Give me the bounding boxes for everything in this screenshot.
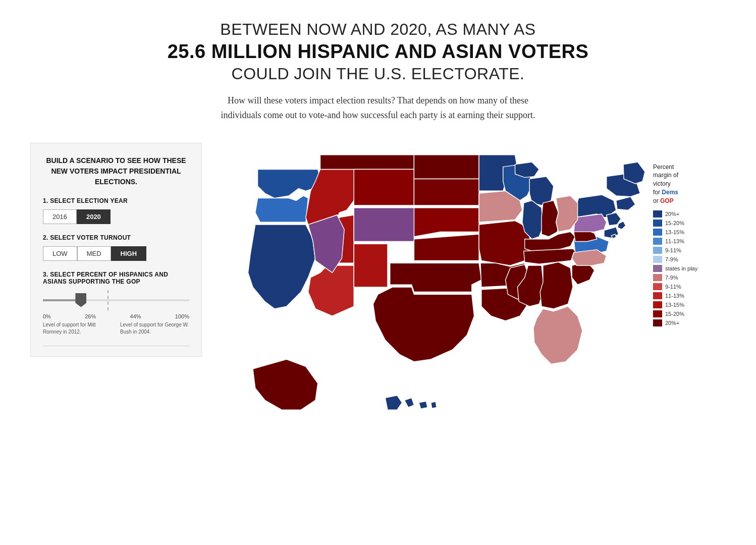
state-ne [414, 207, 479, 236]
slider-annotation-right: Level of support for George W. Bush in 2… [116, 321, 189, 336]
year-2016-button[interactable]: 2016 [43, 209, 77, 224]
legend-states-in-play: states in play [653, 265, 726, 272]
legend-item-dems-5: 9-11% [653, 247, 726, 254]
header-line2: 25.6 MILLION HISPANIC AND ASIAN VOTERS [30, 41, 726, 63]
legend-swatch-gop-2 [653, 283, 662, 290]
legend-swatch-gop-5 [653, 310, 662, 317]
state-ca [248, 225, 315, 309]
turnout-button-group: LOW MED HIGH [43, 246, 189, 261]
map-area: Percentmargin ofvictoryfor Demsor GOP 20… [212, 143, 726, 443]
slider-thumb[interactable] [75, 293, 86, 307]
turnout-high-button[interactable]: HIGH [111, 246, 147, 261]
step2-label: 2. SELECT VOTER TURNOUT [43, 234, 189, 241]
state-hi-3 [419, 401, 427, 409]
legend-swatch-gop-3 [653, 292, 662, 299]
state-hi-2 [404, 398, 414, 407]
legend-item-gop-6: 20%+ [653, 319, 726, 326]
sidebar: BUILD A SCENARIO TO SEE HOW THESE NEW VO… [30, 143, 202, 357]
legend-item-dems-3: 13-15% [653, 229, 726, 236]
turnout-med-button[interactable]: MED [77, 246, 111, 261]
state-nd [414, 154, 479, 179]
legend-swatch-gop-4 [653, 301, 662, 308]
legend-states-in-play-label: states in play [665, 265, 697, 271]
legend-swatch-dems-3 [653, 229, 662, 236]
slider-track-filled [43, 299, 81, 301]
legend-swatch-dems-2 [653, 220, 662, 227]
legend-label-gop-2: 9-11% [665, 284, 681, 290]
legend-or: or [653, 197, 660, 204]
legend-swatch-gop-6 [653, 319, 662, 326]
legend-dems-label: Dems [662, 189, 678, 196]
state-hi-4 [431, 401, 437, 408]
state-ga [540, 262, 573, 308]
legend-label-dems-5: 9-11% [665, 247, 681, 253]
state-fl-swing [533, 306, 582, 364]
legend: Percentmargin ofvictoryfor Demsor GOP 20… [645, 143, 726, 329]
main-content: BUILD A SCENARIO TO SEE HOW THESE NEW VO… [30, 143, 726, 443]
legend-swatch-states-in-play [653, 265, 662, 272]
legend-label-gop-6: 20%+ [665, 320, 679, 326]
legend-swatch-gop-1 [653, 274, 662, 281]
legend-label-dems-2: 15-20% [665, 220, 684, 226]
state-ne-states [616, 196, 635, 210]
legend-swatch-dems-5 [653, 247, 662, 254]
turnout-low-button[interactable]: LOW [43, 246, 77, 261]
legend-gop-label: GOP [660, 197, 674, 204]
sidebar-divider [43, 346, 189, 346]
us-map-svg [212, 143, 645, 441]
gop-support-slider-container [43, 290, 189, 310]
map-svg-container [212, 143, 645, 443]
legend-label-dems-1: 20%+ [665, 211, 679, 217]
legend-item-gop-3: 11-13% [653, 292, 726, 299]
legend-item-gop-4: 13-15% [653, 301, 726, 308]
legend-item-dems-6: 7-9% [653, 256, 726, 263]
slider-labels: 0% 26% 44% 100% [43, 313, 189, 319]
legend-item-dems-1: 20%+ [653, 210, 726, 217]
year-button-group: 2016 2020 [43, 209, 189, 224]
year-2020-button[interactable]: 2020 [77, 209, 111, 224]
legend-label-dems-3: 13-15% [665, 229, 684, 235]
slider-annotation-left: Level of support for Mitt Romney in 2012… [43, 321, 116, 336]
state-tn [524, 248, 578, 264]
legend-label-gop-4: 13-15% [665, 302, 684, 308]
header: BETWEEN NOW AND 2020, AS MANY AS 25.6 MI… [30, 20, 726, 123]
state-mt [320, 154, 414, 169]
legend-item-gop-2: 9-11% [653, 283, 726, 290]
state-nm [354, 244, 388, 287]
state-ak [253, 359, 318, 410]
legend-item-gop-5: 15-20% [653, 310, 726, 317]
legend-swatch-dems-6 [653, 256, 662, 263]
state-pa-swing [574, 214, 607, 232]
page: BETWEEN NOW AND 2020, AS MANY AS 25.6 MI… [0, 0, 756, 463]
slider-dotted-line [107, 290, 109, 310]
legend-label-dems-6: 7-9% [665, 256, 678, 262]
legend-label-gop-3: 11-13% [665, 293, 684, 299]
state-hi-main [385, 395, 402, 410]
legend-label-dems-4: 11-13% [665, 238, 684, 244]
header-sub: How will these voters impact election re… [30, 93, 726, 123]
legend-item-dems-4: 11-13% [653, 238, 726, 245]
header-line3: COULD JOIN THE U.S. ELECTORATE. [30, 65, 726, 83]
state-in [542, 200, 558, 236]
state-az [308, 265, 354, 316]
state-tx [373, 287, 474, 362]
slider-annotation: Level of support for Mitt Romney in 2012… [43, 321, 189, 336]
step3-label: 3. SELECT PERCENT OF HISPANICS AND ASIAN… [43, 271, 189, 285]
step1-label: 1. SELECT ELECTION YEAR [43, 197, 189, 204]
state-ks [414, 234, 479, 260]
legend-swatch-dems-4 [653, 238, 662, 245]
state-sd [414, 179, 479, 205]
state-wy [354, 169, 414, 205]
state-or [255, 195, 308, 222]
legend-title: Percentmargin ofvictoryfor Demsor GOP [653, 163, 726, 205]
legend-label-gop-5: 15-20% [665, 311, 684, 317]
header-line1: BETWEEN NOW AND 2020, AS MANY AS [30, 20, 726, 39]
legend-label-gop-1: 7-9% [665, 275, 678, 281]
legend-item-gop-1: 7-9% [653, 274, 726, 281]
state-mi-upper [515, 162, 539, 178]
sidebar-title: BUILD A SCENARIO TO SEE HOW THESE NEW VO… [43, 155, 189, 187]
legend-item-dems-2: 15-20% [653, 220, 726, 227]
legend-swatch-dems-1 [653, 210, 662, 217]
state-co-swing [354, 207, 414, 241]
